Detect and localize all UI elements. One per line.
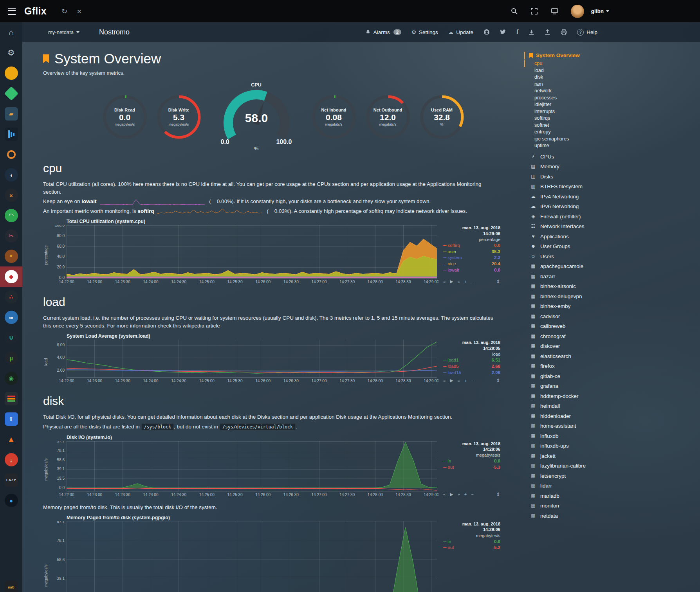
menu-sub-ipc-semaphores[interactable]: ipc semaphores bbox=[524, 136, 700, 143]
user-menu[interactable]: gilbn bbox=[591, 8, 609, 14]
legend-out[interactable]: ─ out-5.2 bbox=[443, 545, 500, 551]
menu-app-letsencrypt[interactable]: ▦letsencrypt bbox=[524, 471, 700, 481]
menu-sub-uptime[interactable]: uptime bbox=[524, 142, 700, 149]
settings-button[interactable]: ⚙Settings bbox=[411, 29, 438, 35]
chart-tool-button[interactable]: − bbox=[471, 492, 473, 497]
menu-users[interactable]: ☺Users bbox=[524, 252, 700, 262]
app-heimdall-icon[interactable] bbox=[0, 389, 22, 409]
chart-tool-button[interactable]: ▶ bbox=[450, 378, 453, 383]
legend-user[interactable]: ─ user35.3 bbox=[443, 249, 500, 255]
legend-iowait[interactable]: ─ iowait0.0 bbox=[443, 267, 500, 274]
chart-tool-button[interactable]: ▶ bbox=[450, 279, 453, 284]
menu-sub-softirqs[interactable]: softirqs bbox=[524, 115, 700, 122]
menu-app-influxdb[interactable]: ▦influxdb bbox=[524, 431, 700, 441]
import-snapshot-icon[interactable] bbox=[529, 29, 534, 35]
menu-sub-processes[interactable]: processes bbox=[524, 95, 700, 102]
app-lazylibrarian-icon[interactable]: LAZY bbox=[0, 470, 22, 490]
menu-app-chronograf[interactable]: ▦chronograf bbox=[524, 331, 700, 342]
server-dropdown[interactable]: my-netdata bbox=[48, 29, 79, 35]
chart-tool-button[interactable]: « bbox=[443, 492, 446, 497]
chart-tool-button[interactable]: + bbox=[464, 279, 467, 284]
menu-memory[interactable]: ▤Memory bbox=[524, 162, 700, 172]
refresh-icon[interactable]: ↻ bbox=[61, 7, 67, 16]
app-orange-ball-icon[interactable] bbox=[0, 63, 22, 83]
legend-out[interactable]: ─ out-5.3 bbox=[443, 464, 500, 471]
menu-app-lazylibrarian-calibre[interactable]: ▦lazylibrarian-calibre bbox=[524, 461, 700, 471]
app-red-dots-icon[interactable]: ∴ bbox=[0, 287, 22, 307]
menu-app-cadvisor[interactable]: ▦cadvisor bbox=[524, 311, 700, 322]
gauge-disk-write[interactable]: Disk Write5.3megabytes/s bbox=[156, 94, 202, 140]
app-blue-window-icon[interactable]: ⇧ bbox=[0, 409, 22, 429]
menu-app-heimdall[interactable]: ▦heimdall bbox=[524, 401, 700, 411]
menu-app-hddtemp-docker[interactable]: ▦hddtemp-docker bbox=[524, 391, 700, 401]
app-sabnzbd-icon[interactable]: sab bbox=[0, 577, 22, 592]
chart-resize-handle[interactable]: ⇕ bbox=[496, 279, 500, 284]
search-icon[interactable] bbox=[511, 8, 518, 14]
menu-applications[interactable]: ♥Applications bbox=[524, 232, 700, 242]
print-icon[interactable] bbox=[561, 29, 567, 35]
gauge-cpu[interactable]: CPU58.00.0100.0% bbox=[219, 82, 294, 151]
chart-tool-button[interactable]: + bbox=[464, 492, 467, 497]
chart-tool-button[interactable]: ▶ bbox=[450, 492, 453, 497]
facebook-icon[interactable]: f bbox=[516, 29, 518, 36]
chart-resize-handle[interactable]: ⇕ bbox=[496, 378, 500, 383]
chart-tool-button[interactable]: » bbox=[458, 279, 460, 284]
help-button[interactable]: ?Help bbox=[577, 29, 597, 36]
close-icon[interactable]: × bbox=[77, 7, 81, 16]
alarms-button[interactable]: Alarms 2 bbox=[365, 29, 401, 35]
menu-app-monitorr[interactable]: ▦monitorr bbox=[524, 501, 700, 511]
export-snapshot-icon[interactable] bbox=[545, 29, 550, 35]
app-shield-icon[interactable]: ◆ bbox=[0, 266, 22, 287]
app-equalizer-icon[interactable] bbox=[0, 124, 22, 144]
gauge-net-outbound[interactable]: Net Outbound12.0megabits/s bbox=[365, 94, 411, 140]
displays-icon[interactable] bbox=[551, 8, 558, 14]
menu-app-jackett[interactable]: ▦jackett bbox=[524, 451, 700, 461]
menu-app-calibreweb[interactable]: ▦calibreweb bbox=[524, 321, 700, 331]
legend-load15[interactable]: ─ load152.06 bbox=[443, 370, 500, 376]
chart-plot[interactable]: 14:22:3014:23:0014:23:3014:24:0014:24:30… bbox=[49, 225, 438, 285]
menu-app-grafana[interactable]: ▦grafana bbox=[524, 381, 700, 391]
gauge-used-ram[interactable]: Used RAM32.8% bbox=[419, 94, 465, 140]
app-spider-icon[interactable]: * bbox=[0, 246, 22, 266]
app-drop-icon[interactable]: ● bbox=[0, 490, 22, 511]
menu-app-mariadb[interactable]: ▦mariadb bbox=[524, 491, 700, 501]
menu-sub-softnet[interactable]: softnet bbox=[524, 122, 700, 129]
legend-in[interactable]: ─ in0.0 bbox=[443, 539, 500, 545]
menu-app-binhex-emby[interactable]: ▦binhex-emby bbox=[524, 301, 700, 311]
menu-sub-disk[interactable]: disk bbox=[524, 74, 700, 81]
menu-network-interfaces[interactable]: ☷Network Interfaces bbox=[524, 221, 700, 232]
menu-app-diskover[interactable]: ▦diskover bbox=[524, 341, 700, 351]
menu-sub-cpu[interactable]: cpu bbox=[524, 60, 700, 67]
menu-app-apacheguacamole[interactable]: ▦apacheguacamole bbox=[524, 261, 700, 272]
gauge-net-inbound[interactable]: Net Inbound0.08megabits/s bbox=[311, 94, 357, 140]
menu-sub-network[interactable]: network bbox=[524, 88, 700, 95]
menu-app-gitlab-ce[interactable]: ▦gitlab-ce bbox=[524, 371, 700, 381]
menu-ipv6-networking[interactable]: ☁IPv6 Networking bbox=[524, 202, 700, 212]
chart-plot[interactable]: 14:22:3014:23:0014:23:3014:24:0014:24:30… bbox=[49, 521, 438, 592]
menu-system-overview[interactable]: System Overview bbox=[524, 52, 700, 59]
menu-app-bazarr[interactable]: ▦bazarr bbox=[524, 272, 700, 282]
app-orange-x-icon[interactable]: × bbox=[0, 185, 22, 205]
legend-nice[interactable]: ─ nice20.4 bbox=[443, 261, 500, 267]
legend-load5[interactable]: ─ load52.68 bbox=[443, 363, 500, 370]
menu-ipv4-networking[interactable]: ☁IPv4 Networking bbox=[524, 192, 700, 202]
chart-tool-button[interactable]: » bbox=[458, 378, 460, 383]
github-icon[interactable] bbox=[484, 29, 490, 35]
menu-app-netdata[interactable]: ▦netdata bbox=[524, 511, 700, 521]
menu-app-influxdb-ups[interactable]: ▦influxdb-ups bbox=[524, 441, 700, 451]
menu-app-binhex-airsonic[interactable]: ▦binhex-airsonic bbox=[524, 281, 700, 292]
twitter-icon[interactable] bbox=[500, 29, 506, 35]
menu-sub-interrupts[interactable]: interrupts bbox=[524, 108, 700, 115]
chart-plot[interactable]: 14:22:3014:23:0014:23:3014:24:0014:24:30… bbox=[49, 441, 438, 498]
settings-gear-icon[interactable]: ⚙ bbox=[0, 43, 22, 63]
menu-firewall-netfilter-[interactable]: ◈Firewall (netfilter) bbox=[524, 212, 700, 222]
menu-app-firefox[interactable]: ▦firefox bbox=[524, 361, 700, 371]
chart-tool-button[interactable]: − bbox=[471, 279, 473, 284]
menu-app-hiddenloader[interactable]: ▦hiddenloader bbox=[524, 411, 700, 421]
app-green-u-icon[interactable]: µ bbox=[0, 348, 22, 368]
home-icon[interactable]: ⌂ bbox=[0, 22, 22, 43]
menu-sub-entropy[interactable]: entropy bbox=[524, 129, 700, 136]
app-green-diamond-icon[interactable] bbox=[0, 83, 22, 104]
app-teal-u-icon[interactable]: ∪ bbox=[0, 327, 22, 348]
menu-sub-idlejitter[interactable]: idlejitter bbox=[524, 101, 700, 108]
